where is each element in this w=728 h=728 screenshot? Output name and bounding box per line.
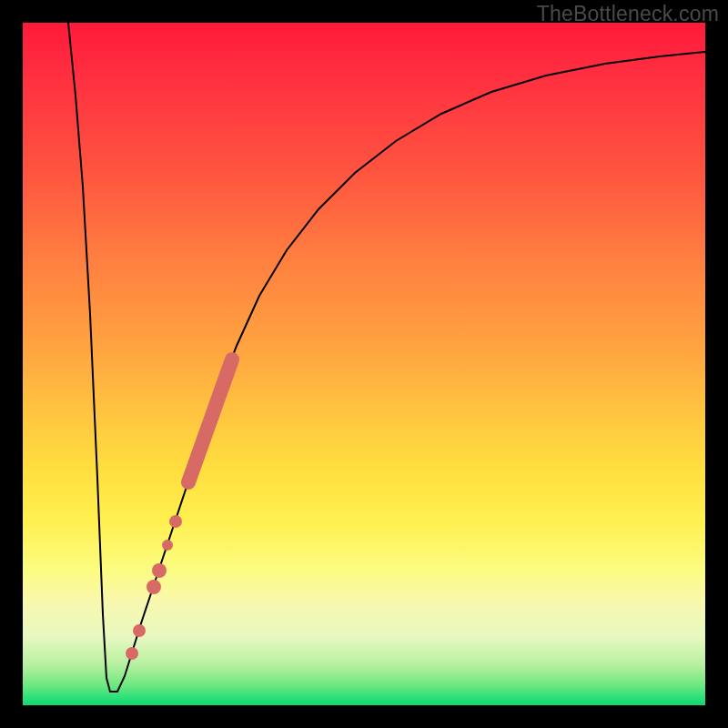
chart-frame: TheBottleneck.com [0, 0, 728, 728]
svg-point-5 [133, 624, 146, 637]
svg-point-3 [152, 563, 167, 578]
svg-line-0 [188, 359, 232, 482]
watermark-label: TheBottleneck.com [537, 2, 719, 26]
svg-point-1 [169, 515, 182, 528]
svg-point-4 [147, 580, 161, 594]
highlight-band [23, 23, 705, 705]
svg-point-6 [126, 647, 138, 660]
svg-point-2 [162, 540, 173, 551]
plot-area [23, 23, 705, 705]
